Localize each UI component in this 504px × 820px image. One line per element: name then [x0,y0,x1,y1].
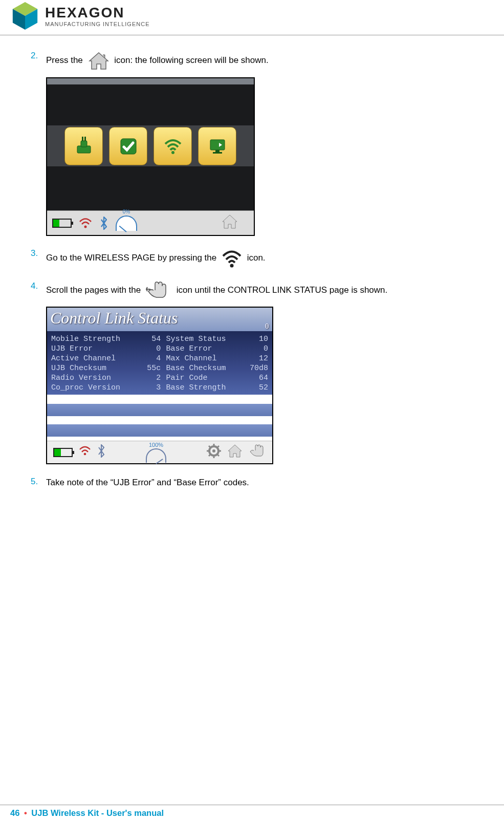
battery-icon [52,219,72,228]
step-5: 5. Take note of the “UJB Error” and “Bas… [31,477,494,489]
step-text: icon until the CONTROL LINK STATUS page … [177,285,388,295]
step-text: Scroll the pages with the [46,285,143,295]
wireless-icon [221,248,243,269]
footer-page-number: 46 [10,808,19,817]
svg-point-17 [212,449,215,452]
svg-rect-7 [84,137,86,141]
svg-point-9 [171,151,174,154]
wifi-icon [79,446,91,459]
step-3: 3. Go to the WIRELESS PAGE by pressing t… [31,248,494,269]
step-number: 3. [31,248,38,258]
bluetooth-icon [99,216,108,230]
svg-line-25 [209,454,211,456]
scroll-hand-icon [249,444,266,460]
svg-line-23 [217,454,219,456]
svg-point-15 [84,453,86,456]
brand-subtitle: MANUFACTURING INTELLIGENCE [45,21,149,27]
home-icon [87,51,110,71]
step-text: icon: the following screen will be shown… [114,55,268,65]
step-text: Go to the WIRELESS PAGE by pressing the [46,253,219,263]
step-number: 4. [31,281,38,291]
svg-point-14 [230,264,233,268]
step-text: Take note of the “UJB Error” and “Base E… [46,478,249,487]
hexagon-logo-mark-icon [10,1,40,31]
svg-line-22 [209,446,211,448]
step-number: 5. [31,477,38,487]
step-text: icon. [247,253,266,263]
page-footer: 46 • UJB Wireless Kit - User's manual [0,805,504,820]
gauge-icon [116,215,137,231]
gauge-percent: 100% [146,442,166,448]
gauge-percent: 0% [123,209,130,214]
scroll-hand-icon [145,281,172,300]
screenshot-control-link-status: Control Link Status 0 Mobile Strength54S… [46,307,273,464]
bluetooth-icon [97,444,105,460]
gauge-icon [146,448,166,463]
svg-rect-10 [210,140,225,150]
status-bar: 0% [47,210,254,235]
status-bar: 100% [47,441,272,463]
status-data-table: Mobile Strength54System Status10 UJB Err… [47,331,272,395]
app-button-wireless-icon [154,127,192,165]
step-2: 2. Press the icon: the following screen … [31,51,494,236]
screenshot-home-screen: 0% [46,77,255,236]
svg-rect-6 [82,137,83,141]
svg-rect-5 [81,141,87,147]
screen-mid-bands [47,395,272,441]
app-button-display-icon [198,127,236,165]
wifi-icon [79,218,92,229]
page-content: 2. Press the icon: the following screen … [0,35,504,511]
footer-title: UJB Wireless Kit - User's manual [31,808,164,817]
screen-title: Control Link Status [50,309,178,327]
step-text: Press the [46,55,85,65]
gear-icon [207,444,221,461]
battery-icon [53,448,73,457]
page-header: HEXAGON MANUFACTURING INTELLIGENCE [0,0,504,35]
step-number: 2. [31,51,38,61]
svg-rect-11 [215,150,220,152]
home-icon [227,444,243,460]
step-4: 4. Scroll the pages with the icon until … [31,281,494,464]
svg-point-13 [84,225,87,228]
svg-line-24 [217,446,219,448]
home-icon [221,214,238,232]
app-button-connect-icon [64,127,103,165]
footer-separator: • [24,808,27,817]
app-button-check-icon [109,127,147,165]
brand-name: HEXAGON [45,5,149,21]
screen-corner-index: 0 [265,322,269,330]
svg-rect-12 [213,152,222,154]
